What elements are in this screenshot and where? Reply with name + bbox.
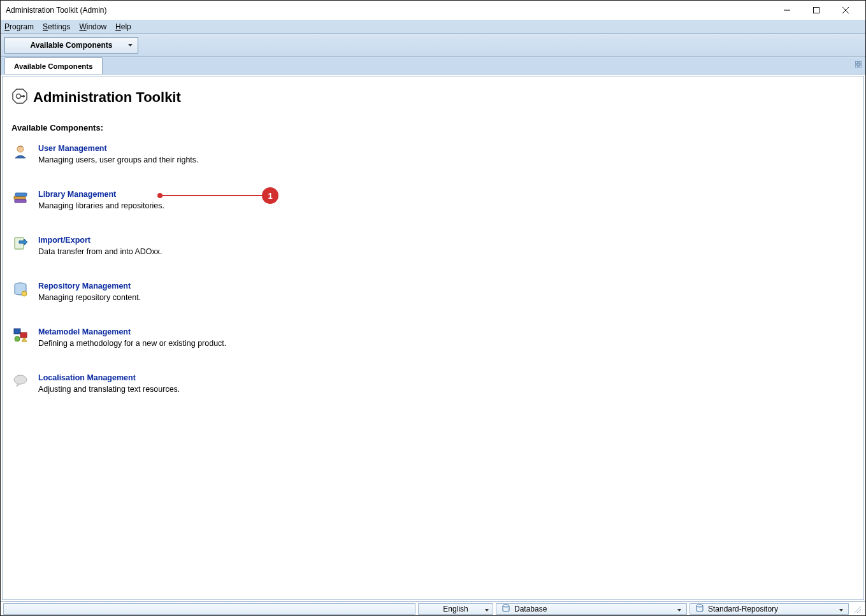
svg-marker-4 bbox=[128, 44, 133, 47]
window-title: Administration Toolkit (Admin) bbox=[6, 6, 107, 15]
available-components-dropdown[interactable]: Available Components bbox=[4, 37, 138, 54]
svg-marker-23 bbox=[22, 338, 27, 341]
component-repository-management: Repository Management Managing repositor… bbox=[11, 282, 855, 302]
library-management-desc: Managing libraries and repositories. bbox=[38, 201, 164, 210]
menu-program[interactable]: Program bbox=[4, 22, 34, 31]
user-icon bbox=[11, 144, 29, 162]
svg-line-3 bbox=[842, 7, 849, 13]
repository-management-link[interactable]: Repository Management bbox=[38, 282, 141, 290]
svg-rect-6 bbox=[859, 61, 862, 64]
svg-rect-7 bbox=[855, 65, 858, 68]
database-icon bbox=[695, 604, 704, 615]
annotation-badge: 1 bbox=[262, 187, 278, 204]
svg-point-24 bbox=[14, 375, 27, 384]
page-title-row: Administration Toolkit bbox=[11, 88, 855, 106]
svg-point-26 bbox=[503, 605, 509, 607]
status-database-selector[interactable]: Database bbox=[496, 603, 687, 615]
svg-rect-20 bbox=[14, 329, 20, 334]
database-icon bbox=[502, 604, 510, 615]
svg-point-19 bbox=[22, 291, 27, 296]
svg-point-28 bbox=[696, 605, 703, 607]
svg-point-22 bbox=[15, 336, 20, 341]
page-title: Administration Toolkit bbox=[33, 89, 181, 106]
svg-rect-16 bbox=[15, 199, 26, 203]
tab-label: Available Components bbox=[14, 62, 93, 70]
status-database-label: Database bbox=[514, 605, 547, 613]
user-management-desc: Managing users, user groups and their ri… bbox=[38, 155, 199, 164]
import-export-desc: Data transfer from and into ADOxx. bbox=[38, 247, 162, 256]
svg-rect-15 bbox=[15, 193, 27, 196]
chevron-down-icon bbox=[485, 605, 489, 613]
content-area: Administration Toolkit Available Compone… bbox=[2, 76, 864, 600]
menubar: Program Settings Window Help bbox=[1, 20, 865, 34]
status-language-label: English bbox=[443, 605, 468, 613]
minimize-button[interactable] bbox=[772, 1, 802, 20]
component-import-export: Import/Export Data transfer from and int… bbox=[11, 236, 855, 256]
svg-point-10 bbox=[17, 94, 21, 99]
app-logo-icon bbox=[11, 88, 28, 106]
status-repository-selector[interactable]: Standard-Repository bbox=[689, 603, 849, 615]
tab-row: Available Components bbox=[1, 57, 865, 75]
svg-marker-29 bbox=[839, 609, 843, 612]
metamodel-management-desc: Defining a methodology for a new or exis… bbox=[38, 339, 226, 348]
close-button[interactable] bbox=[831, 1, 860, 20]
localisation-management-link[interactable]: Localisation Management bbox=[38, 373, 180, 382]
status-language-selector[interactable]: English bbox=[418, 603, 493, 615]
svg-rect-11 bbox=[20, 96, 25, 97]
books-icon bbox=[11, 190, 29, 208]
svg-rect-5 bbox=[855, 61, 858, 64]
annotation-line bbox=[160, 195, 262, 196]
component-user-management: User Management Managing users, user gro… bbox=[11, 144, 855, 164]
toolbar: Available Components bbox=[1, 34, 865, 57]
dropdown-label: Available Components bbox=[11, 41, 131, 50]
chevron-down-icon bbox=[128, 44, 133, 47]
component-library-management: Library Management Managing libraries an… bbox=[11, 190, 855, 210]
annotation-number: 1 bbox=[268, 191, 272, 201]
svg-marker-25 bbox=[485, 609, 489, 612]
window-controls bbox=[772, 1, 860, 20]
database-icon bbox=[11, 282, 29, 299]
metamodel-management-link[interactable]: Metamodel Management bbox=[38, 327, 226, 336]
localisation-management-desc: Adjusting and translating text resources… bbox=[38, 385, 180, 394]
speech-bubble-icon bbox=[11, 373, 29, 391]
library-management-link[interactable]: Library Management bbox=[38, 190, 164, 199]
menu-settings[interactable]: Settings bbox=[43, 22, 70, 31]
menu-window[interactable]: Window bbox=[79, 22, 106, 31]
svg-rect-1 bbox=[814, 8, 819, 13]
resize-grip-icon[interactable] bbox=[851, 603, 863, 614]
chevron-down-icon bbox=[677, 605, 681, 613]
import-export-link[interactable]: Import/Export bbox=[38, 236, 162, 245]
svg-line-2 bbox=[842, 7, 849, 13]
import-export-icon bbox=[11, 236, 29, 254]
svg-marker-27 bbox=[677, 609, 681, 612]
svg-rect-12 bbox=[23, 95, 24, 97]
section-label: Available Components: bbox=[11, 123, 855, 133]
tab-available-components[interactable]: Available Components bbox=[4, 57, 103, 74]
svg-line-32 bbox=[860, 612, 861, 613]
statusbar: English Database Standard-Repository bbox=[1, 601, 865, 615]
menu-help[interactable]: Help bbox=[115, 22, 131, 31]
status-left-panel bbox=[3, 603, 415, 615]
repository-management-desc: Managing repository content. bbox=[38, 293, 141, 302]
user-management-link[interactable]: User Management bbox=[38, 144, 199, 153]
component-localisation-management: Localisation Management Adjusting and tr… bbox=[11, 373, 855, 394]
status-repository-label: Standard-Repository bbox=[708, 605, 778, 613]
svg-rect-8 bbox=[859, 65, 862, 68]
metamodel-icon bbox=[11, 327, 29, 345]
component-metamodel-management: Metamodel Management Defining a methodol… bbox=[11, 327, 855, 348]
component-list: User Management Managing users, user gro… bbox=[11, 144, 855, 394]
tab-menu-icon[interactable] bbox=[855, 61, 862, 69]
svg-rect-14 bbox=[14, 196, 25, 199]
chevron-down-icon bbox=[839, 605, 843, 613]
maximize-button[interactable] bbox=[802, 1, 831, 20]
svg-rect-21 bbox=[20, 333, 27, 338]
titlebar: Administration Toolkit (Admin) bbox=[1, 1, 865, 20]
